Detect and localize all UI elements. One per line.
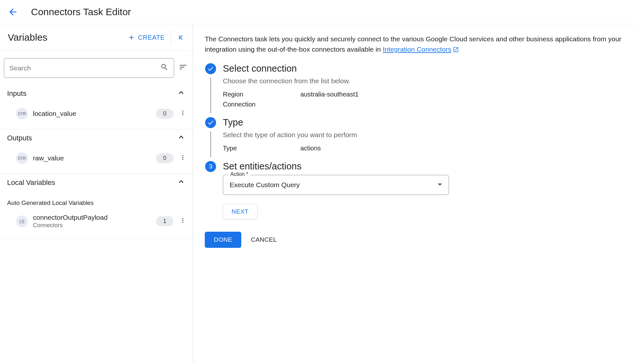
- local-subtitle: Auto Generated Local Variables: [0, 194, 193, 210]
- chevron-up-icon: [177, 88, 186, 99]
- variable-row[interactable]: STR raw_value 0: [0, 149, 193, 167]
- step-complete-icon: [205, 117, 216, 128]
- search-icon[interactable]: [160, 63, 169, 73]
- sort-icon[interactable]: [179, 63, 188, 73]
- step2-title: Type: [223, 117, 623, 128]
- type-badge: {J}: [16, 216, 28, 227]
- variable-name: location_value: [33, 110, 156, 117]
- region-label: Region: [223, 91, 300, 98]
- external-link-icon: [453, 46, 459, 53]
- type-label: Type: [223, 145, 300, 152]
- variables-title: Variables: [8, 32, 122, 43]
- search-input-wrapper: [4, 58, 174, 78]
- step-number: 3: [205, 161, 216, 172]
- more-vert-icon[interactable]: [178, 108, 188, 119]
- step1-title: Select connection: [223, 63, 623, 74]
- done-button[interactable]: DONE: [205, 232, 241, 248]
- action-select-label: Action *: [228, 171, 251, 177]
- outputs-section-header[interactable]: Outputs: [0, 129, 193, 149]
- local-section-header[interactable]: Local Variables: [0, 174, 193, 194]
- type-badge: STR: [16, 108, 28, 119]
- integration-connectors-link[interactable]: Integration Connectors: [383, 46, 459, 53]
- step-connector: [211, 77, 211, 113]
- create-button[interactable]: CREATE: [122, 31, 171, 44]
- chevron-up-icon: [177, 133, 186, 143]
- region-value: australia-southeast1: [300, 91, 623, 98]
- connection-label: Connection: [223, 101, 300, 108]
- usage-count: 0: [156, 109, 173, 119]
- action-select-value: Execute Custom Query: [230, 181, 438, 189]
- back-arrow-icon[interactable]: [8, 7, 18, 17]
- variable-row[interactable]: {J} connectorOutputPayload Connectors 1: [0, 210, 193, 232]
- inputs-section-header[interactable]: Inputs: [0, 85, 193, 105]
- variable-row[interactable]: STR location_value 0: [0, 105, 193, 123]
- variable-sub: Connectors: [33, 222, 156, 229]
- next-button[interactable]: NEXT: [223, 204, 257, 219]
- outputs-title: Outputs: [7, 134, 177, 142]
- cancel-button[interactable]: CANCEL: [251, 236, 277, 243]
- variable-name: connectorOutputPayload: [33, 214, 156, 221]
- editor-header: Connectors Task Editor: [0, 0, 635, 24]
- variables-panel: Variables CREATE Inputs: [0, 24, 193, 362]
- step2-desc: Select the type of action you want to pe…: [223, 131, 623, 139]
- usage-count: 0: [156, 153, 173, 163]
- step1-desc: Choose the connection from the list belo…: [223, 77, 623, 85]
- step-connector: [211, 131, 211, 157]
- intro-text: The Connectors task lets you quickly and…: [205, 34, 623, 54]
- variable-name: raw_value: [33, 154, 156, 162]
- step-complete-icon: [205, 63, 216, 74]
- more-vert-icon[interactable]: [178, 153, 188, 164]
- page-title: Connectors Task Editor: [31, 6, 131, 17]
- type-badge: STR: [16, 152, 28, 164]
- type-value: actions: [300, 145, 623, 152]
- search-input[interactable]: [9, 64, 160, 72]
- action-select[interactable]: Action * Execute Custom Query: [223, 175, 449, 195]
- collapse-panel-icon[interactable]: [173, 31, 188, 44]
- step3-title: Set entities/actions: [223, 161, 623, 172]
- inputs-title: Inputs: [7, 89, 177, 98]
- config-panel: The Connectors task lets you quickly and…: [193, 24, 635, 362]
- usage-count: 1: [156, 216, 173, 226]
- dropdown-arrow-icon: [438, 181, 442, 188]
- more-vert-icon[interactable]: [178, 216, 188, 227]
- chevron-up-icon: [177, 177, 186, 188]
- local-title: Local Variables: [7, 178, 177, 187]
- create-label: CREATE: [138, 34, 165, 41]
